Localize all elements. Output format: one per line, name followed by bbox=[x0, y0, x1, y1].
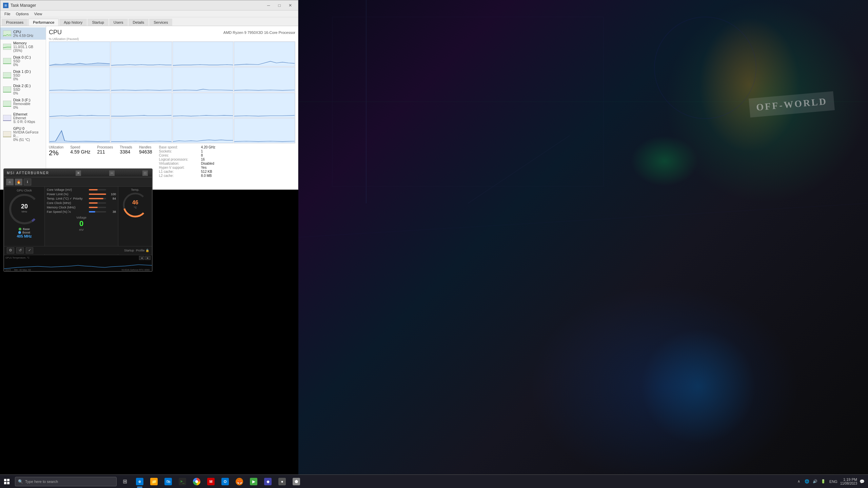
taskbar-app-extra3[interactable]: ● bbox=[275, 475, 289, 488]
afterburner-titlebar: MSI AFTERBURNER ✕ ─ □ bbox=[4, 169, 152, 177]
msi-icon: M bbox=[207, 478, 215, 485]
taskbar-app-extra1[interactable]: ▶ bbox=[247, 475, 260, 488]
ab-graph-btn-right[interactable]: ► bbox=[145, 256, 151, 260]
sidebar-memory-name: Memory bbox=[13, 41, 43, 45]
base-mhz-value: 405 MHz bbox=[17, 234, 32, 238]
voltage-label: Voltage bbox=[76, 216, 86, 219]
tab-app-history[interactable]: App history bbox=[59, 19, 87, 26]
ab-toolbar-home[interactable]: ⌂ bbox=[6, 179, 14, 185]
fan-speed-label: Fan Speed (%) 🌬 bbox=[47, 210, 87, 214]
sidebar-disk1-sub: SSD bbox=[13, 74, 43, 77]
sidebar-ethernet-text: Ethernet Ethernet S: 0 R: 0 Kbps bbox=[13, 112, 43, 124]
notification-center[interactable]: 💬 bbox=[859, 478, 865, 485]
disk1-mini-graph bbox=[3, 72, 11, 79]
ab-apply-btn[interactable]: ✓ bbox=[26, 247, 33, 253]
fan-speed-fill bbox=[89, 211, 95, 212]
taskbar-app-store[interactable]: 🛍 bbox=[161, 475, 175, 488]
cpu-model: AMD Ryzen 9 7950X3D 16-Core Processor bbox=[223, 30, 295, 35]
memory-clock-track[interactable] bbox=[89, 207, 106, 208]
svg-rect-14 bbox=[50, 42, 110, 66]
tray-chevron[interactable]: ∧ bbox=[795, 478, 802, 485]
tray-network[interactable]: 🌐 bbox=[804, 478, 810, 485]
sidebar-item-cpu[interactable]: CPU 2% 4.59 GHz bbox=[0, 27, 46, 40]
ab-settings-btn[interactable]: ⚙ bbox=[7, 247, 14, 253]
ab-toolbar-flame[interactable]: 🔥 bbox=[15, 179, 22, 185]
gpu-clock-label: GPU Clock bbox=[17, 189, 32, 192]
core-clock-track[interactable] bbox=[89, 202, 106, 204]
sidebar-disk0-text: Disk 0 (C:) SSD 0% bbox=[13, 55, 43, 67]
menu-options[interactable]: Options bbox=[13, 11, 32, 17]
afterburner-maximize[interactable]: □ bbox=[142, 170, 148, 176]
taskbar-app-edge[interactable]: e bbox=[133, 475, 146, 488]
afterburner-minimize[interactable]: ─ bbox=[109, 170, 115, 176]
power-limit-track[interactable] bbox=[89, 194, 106, 195]
fan-speed-track[interactable] bbox=[89, 211, 106, 212]
taskbar-taskview[interactable]: ⊞ bbox=[118, 475, 132, 488]
maximize-button[interactable]: □ bbox=[274, 2, 284, 9]
minimize-button[interactable]: ─ bbox=[263, 2, 274, 9]
l1-key: L1 cache: bbox=[159, 170, 200, 174]
menu-file[interactable]: File bbox=[2, 11, 13, 17]
menu-view[interactable]: View bbox=[32, 11, 45, 17]
tab-startup[interactable]: Startup bbox=[87, 19, 108, 26]
taskbar-app-msi[interactable]: M bbox=[204, 475, 218, 488]
sidebar-item-gpu[interactable]: GPU 0 NVIDIA GeForce R... 0% (51 °C) bbox=[0, 125, 46, 143]
sidebar-item-disk1[interactable]: Disk 1 (D:) SSD 0% bbox=[0, 68, 46, 82]
sidebar-item-memory[interactable]: Memory 11.0/31.1 GB (35%) bbox=[0, 40, 46, 54]
sidebar-item-disk2[interactable]: Disk 2 (E:) SSD 0% bbox=[0, 82, 46, 97]
taskbar-app-outlook[interactable]: O bbox=[218, 475, 232, 488]
core-voltage-fill bbox=[89, 189, 98, 190]
tab-services[interactable]: Services bbox=[149, 19, 172, 26]
temp-limit-track[interactable] bbox=[89, 198, 106, 199]
tab-details[interactable]: Details bbox=[129, 19, 149, 26]
cpu-graph-14 bbox=[173, 118, 234, 143]
cpu-graph-3 bbox=[234, 42, 295, 66]
tab-processes[interactable]: Processes bbox=[2, 19, 28, 26]
tab-performance[interactable]: Performance bbox=[28, 19, 59, 26]
taskbar-apps: e 📁 🛍 >_ M O 🦊 ▶ ◆ ● bbox=[133, 475, 303, 488]
tray-volume[interactable]: 🔊 bbox=[812, 478, 818, 485]
cpu-graph-1 bbox=[111, 42, 172, 66]
sidebar-ethernet-sub: Ethernet bbox=[13, 116, 43, 120]
tab-bar: Processes Performance App history Startu… bbox=[0, 17, 298, 26]
core-voltage-track[interactable] bbox=[89, 189, 106, 190]
taskbar-search-placeholder: Type here to search bbox=[25, 480, 114, 484]
virt-key: Virtualization: bbox=[159, 162, 200, 165]
ab-toolbar-info[interactable]: ℹ bbox=[24, 179, 31, 185]
extra3-icon: ● bbox=[278, 478, 286, 485]
afterburner-title: MSI AFTERBURNER bbox=[7, 171, 49, 175]
sidebar-item-disk3[interactable]: Disk 3 (F:) Removable 0% bbox=[0, 97, 46, 111]
speed-label: Speed bbox=[70, 145, 90, 149]
taskbar-app-firefox[interactable]: 🦊 bbox=[233, 475, 246, 488]
taskbar-app-extra2[interactable]: ◆ bbox=[261, 475, 275, 488]
sidebar-cpu-text: CPU 2% 4.59 GHz bbox=[13, 30, 43, 38]
close-button[interactable]: ✕ bbox=[285, 2, 295, 9]
gpu-mini-graph bbox=[3, 131, 11, 138]
tab-users[interactable]: Users bbox=[109, 19, 128, 26]
taskbar-app-extra4[interactable]: ⬟ bbox=[290, 475, 303, 488]
voltage-value: 0 bbox=[79, 219, 83, 228]
start-button[interactable] bbox=[0, 475, 14, 488]
sidebar-item-ethernet[interactable]: Ethernet Ethernet S: 0 R: 0 Kbps bbox=[0, 111, 46, 125]
sidebar-gpu-model: NVIDIA GeForce R... bbox=[13, 130, 43, 138]
sidebar-memory-text: Memory 11.0/31.1 GB (35%) bbox=[13, 41, 43, 53]
tray-lang[interactable]: ENG bbox=[828, 480, 839, 484]
cpu-graph-6 bbox=[173, 67, 234, 92]
taskbar-clock[interactable]: 1:19 PM 11/08/2023 bbox=[840, 477, 857, 485]
utilization-label: % Utilization (Paused) bbox=[49, 37, 295, 41]
ab-reset-btn[interactable]: ↺ bbox=[16, 247, 24, 253]
taskbar-app-terminal[interactable]: >_ bbox=[176, 475, 189, 488]
taskbar-app-chrome[interactable] bbox=[190, 475, 203, 488]
sidebar-item-disk0[interactable]: Disk 0 (C:) SSD 0% bbox=[0, 54, 46, 68]
svg-rect-15 bbox=[111, 42, 172, 66]
core-clock-label: Core Clock (MHz) bbox=[47, 201, 87, 205]
memory-clock-fill bbox=[89, 207, 98, 208]
taskbar-app-explorer[interactable]: 📁 bbox=[147, 475, 161, 488]
sidebar-disk0-sub: SSD bbox=[13, 59, 43, 63]
taskbar-search-box[interactable]: 🔍 Type here to search bbox=[15, 477, 117, 486]
svg-rect-8 bbox=[3, 58, 11, 64]
svg-rect-23 bbox=[111, 93, 172, 117]
afterburner-close[interactable]: ✕ bbox=[76, 170, 81, 176]
ab-graph-btn-left[interactable]: ◄ bbox=[139, 256, 144, 260]
tray-battery[interactable]: 🔋 bbox=[820, 478, 827, 485]
